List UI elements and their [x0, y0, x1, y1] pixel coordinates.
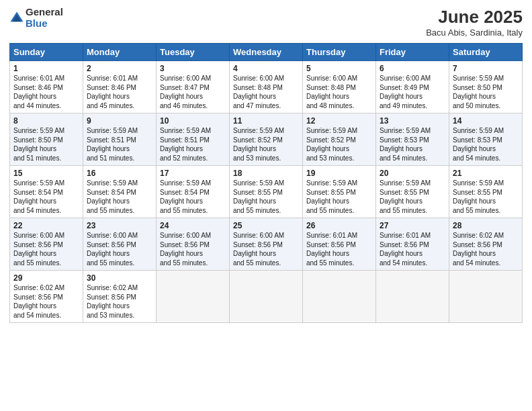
cell-info: Sunrise: 5:59 AM Sunset: 8:55 PM Dayligh…	[233, 179, 299, 215]
calendar-cell: 3 Sunrise: 6:00 AM Sunset: 8:47 PM Dayli…	[157, 61, 230, 113]
calendar-header-row: SundayMondayTuesdayWednesdayThursdayFrid…	[10, 44, 523, 61]
calendar-cell: 26 Sunrise: 6:01 AM Sunset: 8:56 PM Dayl…	[303, 218, 376, 271]
calendar-cell: 4 Sunrise: 6:00 AM Sunset: 8:48 PM Dayli…	[230, 61, 303, 113]
day-number: 7	[453, 64, 519, 73]
cell-info: Sunrise: 6:02 AM Sunset: 8:56 PM Dayligh…	[13, 283, 79, 320]
calendar-cell	[449, 271, 523, 323]
cell-info: Sunrise: 6:00 AM Sunset: 8:56 PM Dayligh…	[160, 231, 226, 267]
calendar-cell	[376, 271, 449, 323]
calendar-cell: 24 Sunrise: 6:00 AM Sunset: 8:56 PM Dayl…	[157, 218, 230, 271]
day-number: 18	[233, 169, 299, 178]
day-number: 2	[87, 64, 152, 73]
day-number: 4	[233, 64, 299, 73]
calendar-cell: 9 Sunrise: 5:59 AM Sunset: 8:51 PM Dayli…	[83, 113, 157, 166]
calendar-cell: 18 Sunrise: 5:59 AM Sunset: 8:55 PM Dayl…	[230, 166, 303, 218]
logo-text: General Blue	[26, 7, 63, 29]
day-header-friday: Friday	[376, 44, 449, 61]
calendar-cell: 14 Sunrise: 5:59 AM Sunset: 8:53 PM Dayl…	[449, 113, 523, 166]
day-header-thursday: Thursday	[303, 44, 376, 61]
cell-info: Sunrise: 5:59 AM Sunset: 8:50 PM Dayligh…	[453, 74, 519, 110]
day-number: 29	[13, 273, 79, 283]
cell-info: Sunrise: 5:59 AM Sunset: 8:50 PM Dayligh…	[13, 126, 79, 163]
day-number: 5	[306, 64, 372, 73]
calendar-cell	[303, 271, 376, 323]
calendar-cell: 10 Sunrise: 5:59 AM Sunset: 8:51 PM Dayl…	[157, 113, 230, 166]
day-number: 9	[87, 116, 152, 126]
cell-info: Sunrise: 6:00 AM Sunset: 8:56 PM Dayligh…	[13, 231, 79, 267]
calendar-cell: 29 Sunrise: 6:02 AM Sunset: 8:56 PM Dayl…	[10, 271, 83, 323]
day-header-tuesday: Tuesday	[157, 44, 230, 61]
calendar-cell: 27 Sunrise: 6:01 AM Sunset: 8:56 PM Dayl…	[376, 218, 449, 271]
calendar-cell: 16 Sunrise: 5:59 AM Sunset: 8:54 PM Dayl…	[83, 166, 157, 218]
calendar-week-1: 1 Sunrise: 6:01 AM Sunset: 8:46 PM Dayli…	[10, 61, 523, 113]
day-number: 22	[13, 221, 79, 230]
calendar-cell: 22 Sunrise: 6:00 AM Sunset: 8:56 PM Dayl…	[10, 218, 83, 271]
day-header-monday: Monday	[83, 44, 157, 61]
calendar-page: General Blue June 2025 Bacu Abis, Sardin…	[0, 0, 532, 411]
day-number: 19	[306, 169, 372, 178]
cell-info: Sunrise: 5:59 AM Sunset: 8:55 PM Dayligh…	[380, 179, 445, 215]
calendar-cell	[157, 271, 230, 323]
calendar-week-4: 22 Sunrise: 6:00 AM Sunset: 8:56 PM Dayl…	[10, 218, 523, 271]
cell-info: Sunrise: 5:59 AM Sunset: 8:51 PM Dayligh…	[160, 126, 226, 163]
day-number: 3	[160, 64, 226, 73]
cell-info: Sunrise: 6:01 AM Sunset: 8:56 PM Dayligh…	[380, 231, 445, 267]
day-number: 13	[380, 116, 445, 126]
day-number: 1	[13, 64, 79, 73]
day-number: 6	[380, 64, 445, 73]
day-number: 11	[233, 116, 299, 126]
day-number: 24	[160, 221, 226, 230]
day-number: 26	[306, 221, 372, 230]
calendar-cell: 19 Sunrise: 5:59 AM Sunset: 8:55 PM Dayl…	[303, 166, 376, 218]
cell-info: Sunrise: 5:59 AM Sunset: 8:54 PM Dayligh…	[160, 179, 226, 215]
cell-info: Sunrise: 6:01 AM Sunset: 8:46 PM Dayligh…	[87, 74, 152, 110]
logo: General Blue	[9, 7, 63, 29]
calendar-cell: 1 Sunrise: 6:01 AM Sunset: 8:46 PM Dayli…	[10, 61, 83, 113]
day-number: 16	[87, 169, 152, 178]
cell-info: Sunrise: 6:00 AM Sunset: 8:48 PM Dayligh…	[306, 74, 372, 110]
calendar-week-5: 29 Sunrise: 6:02 AM Sunset: 8:56 PM Dayl…	[10, 271, 523, 323]
day-header-saturday: Saturday	[449, 44, 523, 61]
calendar-cell: 15 Sunrise: 5:59 AM Sunset: 8:54 PM Dayl…	[10, 166, 83, 218]
cell-info: Sunrise: 6:00 AM Sunset: 8:47 PM Dayligh…	[160, 74, 226, 110]
cell-info: Sunrise: 5:59 AM Sunset: 8:54 PM Dayligh…	[13, 179, 79, 215]
page-header: General Blue June 2025 Bacu Abis, Sardin…	[9, 7, 523, 38]
day-number: 28	[453, 221, 519, 230]
day-number: 30	[87, 273, 152, 283]
cell-info: Sunrise: 6:01 AM Sunset: 8:56 PM Dayligh…	[306, 231, 372, 267]
day-number: 25	[233, 221, 299, 230]
title-block: June 2025 Bacu Abis, Sardinia, Italy	[426, 7, 523, 38]
cell-info: Sunrise: 6:00 AM Sunset: 8:48 PM Dayligh…	[233, 74, 299, 110]
day-number: 10	[160, 116, 226, 126]
day-number: 23	[87, 221, 152, 230]
calendar-cell: 25 Sunrise: 6:00 AM Sunset: 8:56 PM Dayl…	[230, 218, 303, 271]
day-number: 8	[13, 116, 79, 126]
cell-info: Sunrise: 6:01 AM Sunset: 8:46 PM Dayligh…	[13, 74, 79, 110]
calendar-week-2: 8 Sunrise: 5:59 AM Sunset: 8:50 PM Dayli…	[10, 113, 523, 166]
day-number: 14	[453, 116, 519, 126]
calendar-table: SundayMondayTuesdayWednesdayThursdayFrid…	[9, 43, 523, 323]
day-header-wednesday: Wednesday	[230, 44, 303, 61]
calendar-cell: 8 Sunrise: 5:59 AM Sunset: 8:50 PM Dayli…	[10, 113, 83, 166]
calendar-cell: 23 Sunrise: 6:00 AM Sunset: 8:56 PM Dayl…	[83, 218, 157, 271]
cell-info: Sunrise: 5:59 AM Sunset: 8:52 PM Dayligh…	[306, 126, 372, 163]
day-number: 20	[380, 169, 445, 178]
calendar-cell: 20 Sunrise: 5:59 AM Sunset: 8:55 PM Dayl…	[376, 166, 449, 218]
calendar-cell: 30 Sunrise: 6:02 AM Sunset: 8:56 PM Dayl…	[83, 271, 157, 323]
calendar-cell	[230, 271, 303, 323]
cell-info: Sunrise: 5:59 AM Sunset: 8:52 PM Dayligh…	[233, 126, 299, 163]
calendar-cell: 13 Sunrise: 5:59 AM Sunset: 8:53 PM Dayl…	[376, 113, 449, 166]
day-number: 17	[160, 169, 226, 178]
cell-info: Sunrise: 6:00 AM Sunset: 8:56 PM Dayligh…	[87, 231, 152, 267]
cell-info: Sunrise: 6:00 AM Sunset: 8:56 PM Dayligh…	[233, 231, 299, 267]
cell-info: Sunrise: 5:59 AM Sunset: 8:54 PM Dayligh…	[87, 179, 152, 215]
cell-info: Sunrise: 6:02 AM Sunset: 8:56 PM Dayligh…	[87, 283, 152, 320]
cell-info: Sunrise: 5:59 AM Sunset: 8:53 PM Dayligh…	[453, 126, 519, 163]
day-header-sunday: Sunday	[10, 44, 83, 61]
cell-info: Sunrise: 5:59 AM Sunset: 8:55 PM Dayligh…	[453, 179, 519, 215]
location-subtitle: Bacu Abis, Sardinia, Italy	[426, 28, 523, 38]
calendar-cell: 11 Sunrise: 5:59 AM Sunset: 8:52 PM Dayl…	[230, 113, 303, 166]
calendar-cell: 2 Sunrise: 6:01 AM Sunset: 8:46 PM Dayli…	[83, 61, 157, 113]
calendar-week-3: 15 Sunrise: 5:59 AM Sunset: 8:54 PM Dayl…	[10, 166, 523, 218]
cell-info: Sunrise: 5:59 AM Sunset: 8:55 PM Dayligh…	[306, 179, 372, 215]
